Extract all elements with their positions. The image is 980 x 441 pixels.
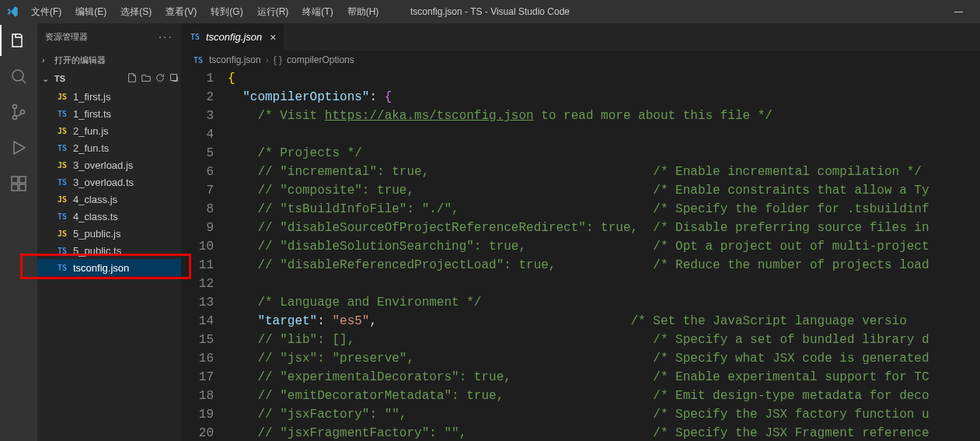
- window-minimize-button[interactable]: [943, 0, 974, 23]
- menu-view[interactable]: 查看(V): [159, 2, 203, 22]
- line-number: 14: [181, 312, 214, 331]
- code-line[interactable]: // "tsBuildInfoFile": "./", /* Specify t…: [228, 200, 980, 219]
- js-file-icon: JS: [56, 93, 68, 101]
- tab-tsconfig[interactable]: ts tsconfig.json ×: [181, 23, 284, 51]
- js-file-icon: JS: [56, 127, 68, 135]
- file-name: 5_public.ts: [73, 245, 121, 257]
- line-number: 11: [181, 256, 214, 275]
- line-number: 4: [181, 125, 214, 144]
- line-number: 7: [181, 181, 214, 200]
- code-line[interactable]: // "jsx": "preserve", /* Specify what JS…: [228, 349, 980, 368]
- source-control-icon[interactable]: [8, 101, 30, 123]
- file-item[interactable]: JS5_public.js: [37, 225, 181, 242]
- ts-file-icon: ts: [189, 33, 201, 41]
- breadcrumb-file: tsconfig.json: [209, 54, 261, 65]
- file-item[interactable]: JS1_first.js: [37, 88, 181, 105]
- run-debug-icon[interactable]: [8, 137, 30, 159]
- menu-selection[interactable]: 选择(S): [114, 2, 158, 22]
- collapse-all-icon[interactable]: [169, 72, 180, 85]
- file-item[interactable]: TS3_overload.ts: [37, 173, 181, 191]
- svg-point-1: [12, 70, 23, 81]
- line-number: 10: [181, 237, 214, 256]
- file-name: 2_fun.js: [73, 125, 109, 137]
- code-line[interactable]: // "disableSourceOfProjectReferenceRedir…: [228, 219, 980, 237]
- code-line[interactable]: "compilerOptions": {: [228, 88, 980, 107]
- code-content[interactable]: { "compilerOptions": { /* Visit https://…: [228, 69, 980, 441]
- code-line[interactable]: // "emitDecoratorMetadata": true, /* Emi…: [228, 387, 980, 405]
- menu-file[interactable]: 文件(F): [25, 2, 68, 22]
- tab-label: tsconfig.json: [206, 31, 262, 43]
- brace-icon: { }: [274, 54, 282, 65]
- file-item[interactable]: TS5_public.ts: [37, 242, 181, 259]
- explorer-icon[interactable]: [8, 30, 30, 51]
- line-number: 8: [181, 200, 214, 219]
- sidebar-header: 资源管理器 ···: [37, 23, 181, 51]
- sidebar-more-icon[interactable]: ···: [159, 30, 173, 44]
- chevron-right-icon: ›: [266, 54, 269, 65]
- editor-body[interactable]: 1234567891011121314151617181920 { "compi…: [181, 69, 980, 441]
- menu-help[interactable]: 帮助(H): [341, 2, 385, 22]
- new-file-icon[interactable]: [127, 72, 138, 85]
- code-line[interactable]: // "disableReferencedProjectLoad": true,…: [228, 256, 980, 275]
- menubar: 文件(F) 编辑(E) 选择(S) 查看(V) 转到(G) 运行(R) 终端(T…: [25, 2, 385, 22]
- code-line[interactable]: // "incremental": true, /* Enable increm…: [228, 163, 980, 181]
- file-name: 4_class.ts: [73, 211, 118, 222]
- js-file-icon: JS: [56, 161, 68, 170]
- code-line[interactable]: [228, 125, 980, 144]
- file-list: JS1_first.jsTS1_first.tsJS2_fun.jsTS2_fu…: [37, 88, 181, 276]
- folder-name: TS: [54, 74, 65, 83]
- code-line[interactable]: // "composite": true, /* Enable constrai…: [228, 181, 980, 200]
- svg-rect-8: [19, 177, 26, 183]
- titlebar: 文件(F) 编辑(E) 选择(S) 查看(V) 转到(G) 运行(R) 终端(T…: [0, 0, 980, 23]
- svg-point-3: [13, 116, 17, 120]
- folder-actions: [127, 72, 180, 85]
- line-number: 12: [181, 275, 214, 293]
- file-name: 3_overload.ts: [73, 177, 134, 188]
- file-item[interactable]: TS1_first.ts: [37, 105, 181, 122]
- code-line[interactable]: // "jsxFactory": "", /* Specify the JSX …: [228, 405, 980, 424]
- code-line[interactable]: // "jsxFragmentFactory": "", /* Specify …: [228, 424, 980, 441]
- code-line[interactable]: {: [228, 69, 980, 88]
- line-number: 1: [181, 69, 214, 88]
- chevron-right-icon: ›: [42, 55, 51, 65]
- refresh-icon[interactable]: [155, 72, 166, 85]
- menu-go[interactable]: 转到(G): [204, 2, 249, 22]
- ts-file-icon: TS: [56, 264, 68, 272]
- extensions-icon[interactable]: [8, 173, 30, 194]
- svg-rect-7: [19, 184, 26, 191]
- close-icon[interactable]: ×: [270, 31, 276, 44]
- code-line[interactable]: // "disableSolutionSearching": true, /* …: [228, 237, 980, 256]
- file-name: 1_first.js: [73, 91, 110, 103]
- code-line[interactable]: // "experimentalDecorators": true, /* En…: [228, 368, 980, 387]
- ts-file-icon: TS: [56, 110, 68, 118]
- file-item[interactable]: JS2_fun.js: [37, 122, 181, 139]
- line-number: 19: [181, 405, 214, 424]
- file-item[interactable]: TS2_fun.ts: [37, 139, 181, 156]
- editor-area: ts tsconfig.json × TS tsconfig.json › { …: [181, 23, 980, 441]
- menu-run[interactable]: 运行(R): [251, 2, 295, 22]
- file-name: tsconfig.json: [73, 262, 129, 274]
- line-number: 9: [181, 219, 214, 237]
- line-number: 15: [181, 331, 214, 349]
- open-editors-section[interactable]: › 打开的编辑器: [37, 51, 181, 69]
- code-line[interactable]: /* Projects */: [228, 144, 980, 163]
- file-item[interactable]: JS4_class.js: [37, 191, 181, 208]
- file-name: 5_public.js: [73, 228, 120, 240]
- line-number: 20: [181, 424, 214, 441]
- file-item[interactable]: TS4_class.ts: [37, 208, 181, 225]
- ts-file-icon: TS: [56, 144, 68, 152]
- menu-terminal[interactable]: 终端(T): [296, 2, 339, 22]
- folder-section[interactable]: ⌄ TS: [37, 69, 181, 88]
- search-icon[interactable]: [8, 65, 30, 87]
- code-line[interactable]: // "lib": [], /* Specify a set of bundle…: [228, 331, 980, 349]
- new-folder-icon[interactable]: [141, 72, 152, 85]
- line-number: 5: [181, 144, 214, 163]
- menu-edit[interactable]: 编辑(E): [69, 2, 113, 22]
- code-line[interactable]: /* Language and Environment */: [228, 293, 980, 312]
- file-item[interactable]: JS3_overload.js: [37, 156, 181, 173]
- code-line[interactable]: "target": "es5", /* Set the JavaScript l…: [228, 312, 980, 331]
- file-item[interactable]: TStsconfig.json: [37, 259, 181, 276]
- code-line[interactable]: /* Visit https://aka.ms/tsconfig.json to…: [228, 107, 980, 125]
- code-line[interactable]: [228, 275, 980, 293]
- breadcrumbs[interactable]: TS tsconfig.json › { } compilerOptions: [181, 51, 980, 69]
